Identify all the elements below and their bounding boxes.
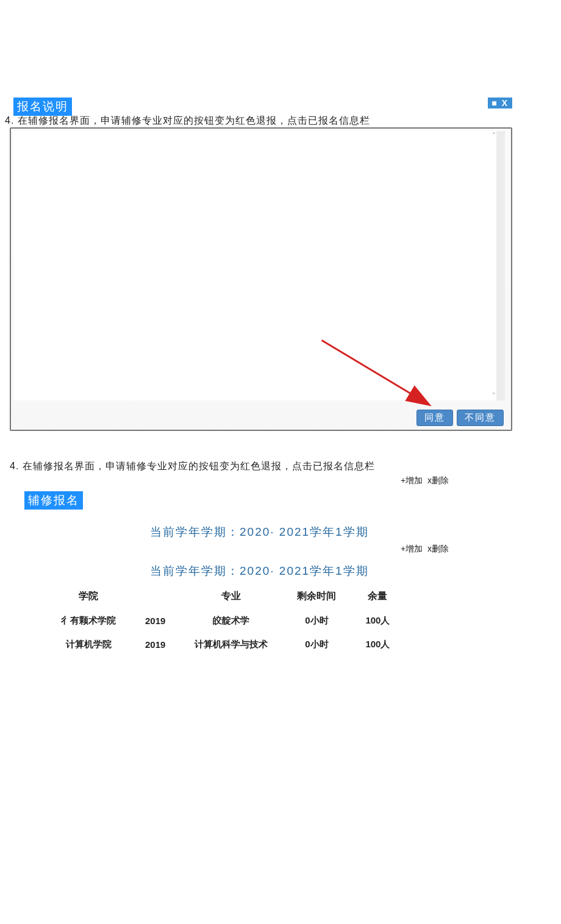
agree-button[interactable]: 同意 xyxy=(416,410,453,426)
add-link-2[interactable]: +增加 xyxy=(401,544,423,553)
cell-year: 2019 xyxy=(130,633,180,656)
cell-year: 2019 xyxy=(130,609,180,633)
dialog-content-area: ˄ ˅ xyxy=(13,131,505,400)
step-4-below-dialog: 4. 在辅修报名界面，申请辅修专业对应的按钮变为红色退报，点击已报名信息栏 xyxy=(10,460,551,473)
delete-link-2[interactable]: x删除 xyxy=(427,544,449,553)
th-college: 学院 xyxy=(46,584,130,609)
th-time: 剩余时间 xyxy=(282,584,351,609)
delete-link-1[interactable]: x删除 xyxy=(427,475,449,485)
cell-quota: 100人 xyxy=(351,609,404,633)
section-title-tag: 辅修报名 xyxy=(24,491,83,510)
current-term-1: 当前学年学期：2020· 2021学年1学期 xyxy=(150,524,551,540)
dialog-screenshot: ˄ ˅ 同意 不同意 xyxy=(10,127,512,431)
disagree-button[interactable]: 不同意 xyxy=(457,410,504,426)
scroll-up-icon[interactable]: ˄ xyxy=(490,132,497,139)
window-control-icons[interactable]: ■ X xyxy=(488,98,512,108)
toolbar-1: +增加 x删除 xyxy=(10,475,551,486)
cell-college: 计算机学院 xyxy=(46,633,130,656)
th-major: 专业 xyxy=(180,584,282,609)
th-quota: 余量 xyxy=(351,584,404,609)
cell-major: 皎靛术学 xyxy=(180,609,282,633)
toolbar-2: +增加 x删除 xyxy=(10,544,551,555)
table-row: 计算机学院 2019 计算机科学与技术 0小时 100人 xyxy=(46,633,404,656)
current-term-2: 当前学年学期：2020· 2021学年1学期 xyxy=(150,563,551,579)
cell-quota: 100人 xyxy=(351,633,404,656)
courses-table: 学院 专业 剩余时间 余量 彳有颗术学院 2019 皎靛术学 0小时 100人 … xyxy=(46,584,404,656)
cell-college: 彳有颗术学院 xyxy=(46,609,130,633)
table-row: 彳有颗术学院 2019 皎靛术学 0小时 100人 xyxy=(46,609,404,633)
step-4-above-dialog: 4. 在辅修报名界面，申请辅修专业对应的按钮变为红色退报，点击已报名信息栏 xyxy=(5,115,556,127)
scroll-down-icon[interactable]: ˅ xyxy=(490,393,497,399)
dialog-title-tag: 报名说明 xyxy=(13,98,72,116)
add-link-1[interactable]: +增加 xyxy=(401,475,423,485)
table-header-row: 学院 专业 剩余时间 余量 xyxy=(46,584,404,609)
th-year xyxy=(130,584,180,609)
cell-time: 0小时 xyxy=(282,633,351,656)
cell-time: 0小时 xyxy=(282,609,351,633)
cell-major: 计算机科学与技术 xyxy=(180,633,282,656)
